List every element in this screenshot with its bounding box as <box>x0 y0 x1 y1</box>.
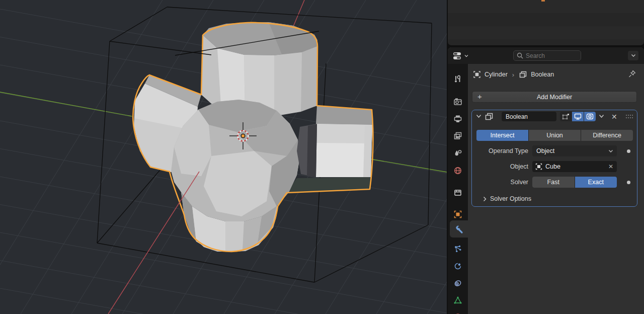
chevron-right-icon <box>483 196 487 202</box>
globe-icon <box>453 166 462 175</box>
tool-icon <box>453 74 462 84</box>
physics-orbit-icon <box>453 262 462 271</box>
search-box[interactable] <box>513 50 581 61</box>
material-sphere-icon <box>453 311 462 314</box>
properties-editor-icon <box>452 51 463 60</box>
search-input[interactable] <box>526 52 578 59</box>
edit-mode-display-toggle[interactable] <box>560 112 572 121</box>
tab-render[interactable] <box>448 94 468 109</box>
tab-material[interactable] <box>448 307 468 314</box>
operation-difference-button[interactable]: Difference <box>581 130 633 141</box>
tab-scene[interactable] <box>448 145 468 161</box>
wrench-icon <box>454 224 464 234</box>
particles-icon <box>453 245 462 254</box>
axis-x-front <box>108 172 199 314</box>
boolean-mesh-object[interactable] <box>133 22 373 252</box>
printer-icon <box>453 114 462 123</box>
right-editors: Cylinder › Boolean + Add Modifier <box>448 0 644 314</box>
operand-type-row: Operand Type Object <box>472 145 638 156</box>
operation-intersect-button[interactable]: Intersect <box>476 130 528 141</box>
add-modifier-button[interactable]: + Add Modifier <box>472 91 637 103</box>
operation-union-button[interactable]: Union <box>529 130 581 141</box>
plus-icon: + <box>477 92 482 101</box>
box-icon <box>453 188 462 197</box>
solver-row: Solver Fast Exact <box>472 177 638 188</box>
clear-object-icon[interactable]: ✕ <box>608 163 613 170</box>
properties-tab-strip <box>448 64 468 314</box>
chevron-down-icon <box>608 149 613 153</box>
tab-object[interactable] <box>448 207 468 222</box>
properties-content: Cylinder › Boolean + Add Modifier <box>468 64 644 314</box>
outliner-item-stub <box>541 0 545 2</box>
realtime-display-toggle[interactable] <box>572 112 584 121</box>
operand-type-value: Object <box>536 147 554 154</box>
solver-fast-button[interactable]: Fast <box>532 177 575 188</box>
close-icon[interactable]: ✕ <box>611 113 617 121</box>
modifier-name-field[interactable] <box>502 112 556 121</box>
properties-header <box>448 47 644 64</box>
search-icon <box>517 52 523 59</box>
add-modifier-label: Add Modifier <box>537 94 572 101</box>
solver-decorator-dot[interactable] <box>627 181 630 184</box>
properties-editor: Cylinder › Boolean + Add Modifier <box>448 47 644 314</box>
solver-options-expander[interactable]: Solver Options <box>483 194 531 204</box>
camera-back-icon <box>453 97 462 106</box>
solver-segmented-control: Fast Exact <box>532 177 617 188</box>
outliner-panel[interactable] <box>448 0 644 45</box>
scene-icon <box>453 148 462 158</box>
tab-tool[interactable] <box>448 71 468 87</box>
edit-mode-icon <box>562 113 570 120</box>
object-row: Object Cube ✕ <box>472 161 638 172</box>
object-icon <box>473 70 481 78</box>
object-label: Object <box>472 163 532 170</box>
solver-exact-button[interactable]: Exact <box>575 177 617 188</box>
constraint-icon <box>453 279 462 288</box>
operand-type-label: Operand Type <box>472 147 532 154</box>
object-icon <box>453 210 462 219</box>
boolean-modifier-icon <box>519 70 527 78</box>
breadcrumb-object[interactable]: Cylinder <box>485 71 508 78</box>
header-options-button[interactable] <box>628 51 638 60</box>
tab-world[interactable] <box>448 163 468 178</box>
boolean-modifier-icon <box>485 112 494 121</box>
solver-options-label: Solver Options <box>490 195 531 202</box>
operation-segmented-control: Intersect Union Difference <box>476 130 633 141</box>
tab-particles[interactable] <box>448 242 468 257</box>
pin-icon[interactable] <box>628 70 636 78</box>
solver-label: Solver <box>472 179 532 186</box>
chevron-down-icon <box>464 54 468 57</box>
object-field[interactable]: Cube ✕ <box>532 161 617 172</box>
render-display-toggle[interactable] <box>584 112 596 121</box>
tab-physics[interactable] <box>448 259 468 274</box>
expand-chevron-icon[interactable] <box>476 114 481 118</box>
object-value: Cube <box>545 163 560 170</box>
operand-type-decorator-dot[interactable] <box>627 149 630 153</box>
3d-viewport[interactable] <box>0 0 447 314</box>
tab-output[interactable] <box>448 111 468 126</box>
drag-grip-icon[interactable] <box>625 114 633 119</box>
blender-window: { "viewport": { "selected_object_outline… <box>0 0 644 314</box>
render-camera-icon <box>586 113 594 120</box>
modifier-extras-chevron-icon[interactable] <box>599 114 604 118</box>
breadcrumb-modifier[interactable]: Boolean <box>531 71 554 78</box>
tab-constraints[interactable] <box>448 276 468 291</box>
tab-view-layer[interactable] <box>448 128 468 143</box>
operand-type-dropdown[interactable]: Object <box>532 145 617 156</box>
tab-collection[interactable] <box>448 185 468 200</box>
breadcrumb-separator: › <box>511 71 515 78</box>
breadcrumb: Cylinder › Boolean <box>473 69 554 80</box>
modifier-header: ✕ <box>472 110 637 123</box>
mesh-data-icon <box>453 296 462 305</box>
object-icon <box>535 163 542 170</box>
boolean-modifier-panel: ✕ Intersect Union Difference Operand Typ… <box>471 110 637 207</box>
tab-modifiers-active[interactable] <box>450 220 468 238</box>
chevron-down-icon <box>631 54 636 57</box>
photo-stack-icon <box>453 131 462 140</box>
editor-type-button[interactable] <box>452 50 472 62</box>
tab-object-data[interactable] <box>448 293 468 308</box>
monitor-icon <box>574 113 582 120</box>
